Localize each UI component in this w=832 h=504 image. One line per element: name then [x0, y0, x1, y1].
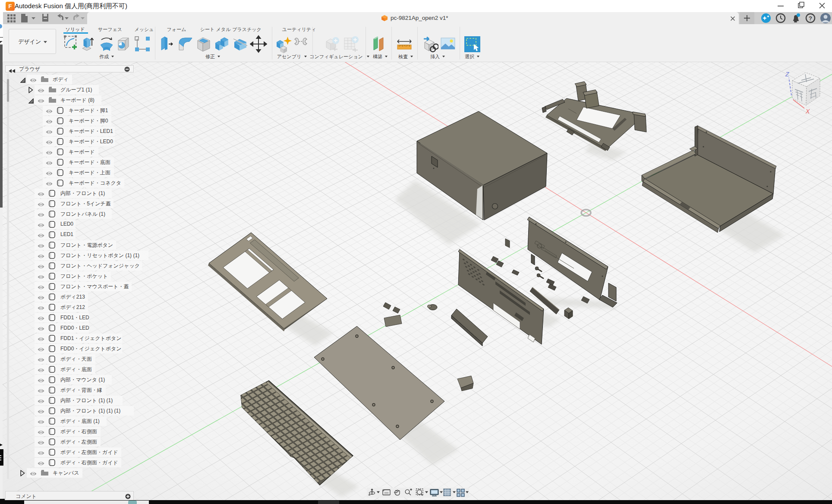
svg-text:?: ? — [809, 15, 812, 22]
svg-text:X: X — [805, 108, 810, 115]
svg-text:Z: Z — [785, 71, 789, 78]
